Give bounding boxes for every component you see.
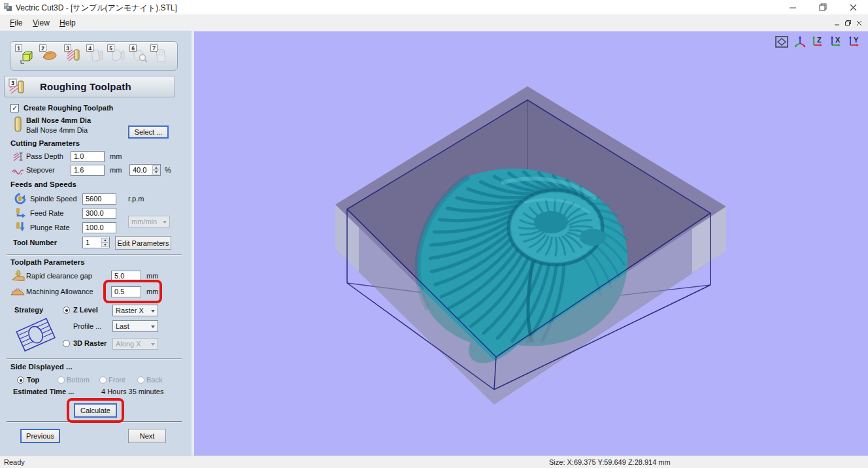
feeds-heading: Feeds and Speeds [10, 180, 76, 188]
menu-bar: File View Help [0, 15, 868, 31]
plunge-rate-input[interactable]: 100.0 [82, 222, 116, 233]
3d-raster-dropdown[interactable]: Along X [112, 338, 158, 350]
status-size: Size: X:69.375 Y:59.649 Z:28.914 mm [549, 458, 671, 466]
spinner-up-icon[interactable] [152, 165, 159, 170]
step-number: 6 [129, 44, 137, 52]
step-number: 3 [64, 44, 71, 52]
stepover-percent-spinner[interactable]: 40.0 [129, 164, 161, 176]
svg-text:3: 3 [11, 80, 14, 86]
spindle-speed-input[interactable]: 5600 [82, 193, 116, 205]
stepover-percent-unit: % [165, 166, 171, 174]
ballnose-tool-icon [14, 116, 22, 135]
z-level-dropdown[interactable]: Raster X [112, 305, 158, 316]
3d-viewport[interactable]: Z X Y [194, 31, 868, 456]
menu-file[interactable]: File [5, 17, 27, 29]
create-roughing-toolpath-label: Create Roughing Toolpath [24, 104, 113, 112]
step-number: 4 [86, 44, 93, 52]
pass-depth-unit: mm [110, 152, 122, 160]
restore-button[interactable] [808, 0, 838, 14]
toolpath-panel: 1 2 3 4 5 6 7 [0, 31, 192, 456]
y-view-button[interactable]: Y [847, 35, 863, 48]
main-area: 1 2 3 4 5 6 7 [0, 31, 868, 456]
estimated-time-label: Estimated Time ... [13, 388, 74, 395]
create-roughing-toolpath-checkbox[interactable]: ✓ [10, 104, 19, 112]
mdi-close-button[interactable] [854, 19, 864, 27]
x-view-button[interactable]: X [829, 35, 844, 48]
close-button[interactable] [838, 0, 868, 14]
svg-text:Z: Z [817, 36, 822, 44]
pass-depth-input[interactable]: 1.0 [71, 151, 105, 162]
previous-button[interactable]: Previous [20, 429, 60, 443]
spinner-down-icon[interactable] [152, 170, 159, 175]
step-1-material-setup-button[interactable]: 1 [16, 46, 36, 67]
estimated-time-value: 4 Hours 35 minutes [101, 388, 163, 395]
spindle-speed-label: Spindle Speed [30, 195, 77, 203]
status-bar: Ready Size: X:69.375 Y:59.649 Z:28.914 m… [0, 456, 868, 468]
step-4-finishing-toolpath-button[interactable]: 4 [88, 46, 107, 67]
rapid-clearance-label: Rapid clearance gap [26, 272, 92, 280]
spinner-down-icon[interactable] [101, 242, 108, 247]
tool-number-label: Tool Number [13, 239, 57, 246]
side-bottom-label: Bottom [67, 376, 90, 384]
machining-allowance-icon [10, 286, 25, 296]
side-top-radio[interactable] [17, 376, 24, 384]
feed-units-dropdown[interactable]: mm/min [128, 216, 170, 227]
step-number: 7 [150, 44, 158, 52]
highlight-machining-allowance [103, 280, 162, 303]
mdi-minimize-button[interactable] [832, 19, 842, 27]
select-tool-button[interactable]: Select ... [128, 125, 169, 139]
stepover-unit: mm [110, 166, 122, 174]
title-bar: Vectric Cut3D - [サンプル(アンモナイト).STL] [0, 0, 868, 14]
3d-raster-radio[interactable] [63, 340, 70, 347]
next-button[interactable]: Next [128, 429, 166, 443]
profile-dropdown[interactable]: Last [112, 320, 158, 332]
panel-header: 3 Roughing Toolpath [4, 76, 175, 97]
z-view-button[interactable]: Z [810, 35, 826, 48]
feed-rate-input[interactable]: 300.0 [82, 208, 116, 219]
spinner-up-icon[interactable] [101, 238, 108, 242]
toolpath-parameters-heading: Toolpath Parameters [10, 258, 85, 266]
tool-number-spinner[interactable]: 1 [82, 237, 110, 248]
step-number: 5 [107, 44, 114, 52]
menu-view[interactable]: View [28, 17, 54, 29]
raster-strategy-icon [14, 316, 58, 354]
tool-name: Ball Nose 4mm Dia [26, 116, 91, 124]
mdi-restore-button[interactable] [843, 19, 853, 27]
3d-raster-label: 3D Raster [73, 339, 107, 347]
roughing-toolpath-icon: 3 [8, 77, 31, 97]
step-3-roughing-toolpath-button[interactable]: 3 [65, 46, 85, 67]
menu-help[interactable]: Help [55, 17, 80, 29]
isometric-view-button[interactable] [792, 35, 808, 48]
highlight-calculate-button [67, 398, 124, 423]
z-level-radio[interactable] [63, 307, 70, 314]
divider [7, 254, 182, 256]
step-5-cutout-toolpath-button[interactable]: 5 [108, 46, 128, 67]
side-displayed-heading: Side Displayed ... [10, 363, 73, 371]
rapid-clearance-unit: mm [146, 272, 158, 280]
spindle-speed-unit: r.p.m [128, 195, 144, 203]
status-ready: Ready [4, 458, 25, 466]
minimize-button[interactable] [778, 0, 808, 14]
zoom-fit-button[interactable] [774, 35, 790, 48]
step-6-preview-button[interactable]: 6 [131, 46, 150, 67]
cutting-parameters-heading: Cutting Parameters [10, 139, 80, 147]
rapid-clearance-icon [12, 270, 25, 281]
side-front-radio[interactable] [99, 376, 107, 384]
profile-label: Profile ... [73, 322, 101, 330]
step-number: 1 [15, 44, 22, 52]
side-back-radio[interactable] [137, 376, 144, 384]
strategy-label: Strategy [14, 306, 43, 314]
step-number: 2 [39, 44, 46, 52]
stepover-label: Stepover [26, 166, 55, 174]
edit-parameters-button[interactable]: Edit Parameters [115, 236, 171, 250]
app-icon [3, 2, 14, 12]
step-7-save-toolpath-button[interactable]: 7 [152, 46, 171, 67]
tool-description: Ball Nose 4mm Dia [26, 126, 88, 134]
feed-rate-icon [14, 207, 26, 218]
chevron-down-icon [151, 343, 155, 346]
step-2-orientation-button[interactable]: 2 [41, 46, 60, 67]
chevron-down-icon [151, 310, 155, 312]
stepover-input[interactable]: 1.6 [71, 165, 105, 176]
chevron-down-icon [151, 326, 155, 328]
side-bottom-radio[interactable] [58, 376, 65, 384]
